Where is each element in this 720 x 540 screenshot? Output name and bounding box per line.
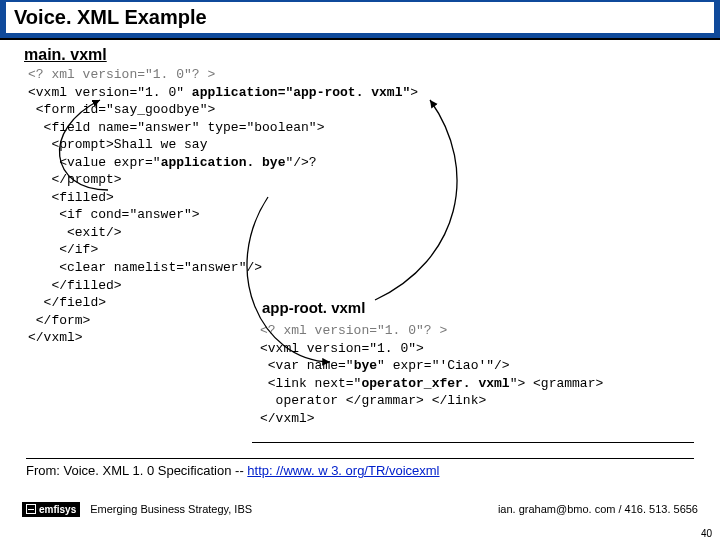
credit-text: From: Voice. XML 1. 0 Specification --	[26, 463, 247, 478]
code-line: </prompt>	[28, 172, 122, 187]
logo-area: emfisys Emerging Business Strategy, IBS	[22, 502, 252, 517]
code-line: </form>	[28, 313, 90, 328]
code-line: <link next="	[260, 376, 361, 391]
contact-text: ian. graham@bmo. com / 416. 513. 5656	[498, 503, 698, 515]
code-separator	[252, 442, 694, 443]
code-line: <filled>	[28, 190, 114, 205]
code-line: >	[410, 85, 418, 100]
slide-title: Voice. XML Example	[6, 2, 714, 36]
code-line: application. bye	[161, 155, 286, 170]
code-line: application="app-root. vxml"	[192, 85, 410, 100]
filename-approot: app-root. vxml	[262, 299, 365, 316]
code-line: </vxml>	[28, 330, 83, 345]
code-line: operator </grammar> </link>	[260, 393, 486, 408]
code-line: <form id="say_goodbye">	[28, 102, 215, 117]
code-line: </field>	[28, 295, 106, 310]
code-line: <vxml version="1. 0"	[28, 85, 192, 100]
code-line: " expr="'Ciao'"/>	[377, 358, 510, 373]
credit-line: From: Voice. XML 1. 0 Specification -- h…	[26, 458, 694, 478]
logo-text: emfisys	[39, 504, 76, 515]
footer: emfisys Emerging Business Strategy, IBS …	[0, 492, 720, 526]
title-bar: Voice. XML Example	[0, 0, 720, 40]
code-line: </filled>	[28, 278, 122, 293]
code-line: <prompt>Shall we say	[28, 137, 207, 152]
code-line: <var name="	[260, 358, 354, 373]
code-line: <? xml version="1. 0"? >	[28, 67, 215, 82]
code-line: "/>?	[285, 155, 316, 170]
code-line: <exit/>	[28, 225, 122, 240]
code-line: <? xml version="1. 0"? >	[260, 323, 447, 338]
code-line: bye	[354, 358, 377, 373]
code-line: </if>	[28, 242, 98, 257]
code-area: <? xml version="1. 0"? > <vxml version="…	[0, 64, 720, 454]
ebs-text: Emerging Business Strategy, IBS	[90, 503, 252, 515]
logo-icon	[26, 504, 36, 514]
code-line: <field name="answer" type="boolean">	[28, 120, 324, 135]
code-line: <value expr="	[28, 155, 161, 170]
page-number: 40	[701, 528, 712, 539]
filename-main: main. vxml	[0, 40, 720, 64]
code-line: <vxml version="1. 0">	[260, 341, 424, 356]
logo-emfisys: emfisys	[22, 502, 80, 517]
code-line: operator_xfer. vxml	[361, 376, 509, 391]
code-line: "> <grammar>	[510, 376, 604, 391]
code-approot: <? xml version="1. 0"? > <vxml version="…	[260, 322, 603, 427]
code-line: <clear namelist="answer"/>	[28, 260, 262, 275]
credit-link[interactable]: http: //www. w 3. org/TR/voicexml	[247, 463, 439, 478]
code-line: </vxml>	[260, 411, 315, 426]
code-line: <if cond="answer">	[28, 207, 200, 222]
